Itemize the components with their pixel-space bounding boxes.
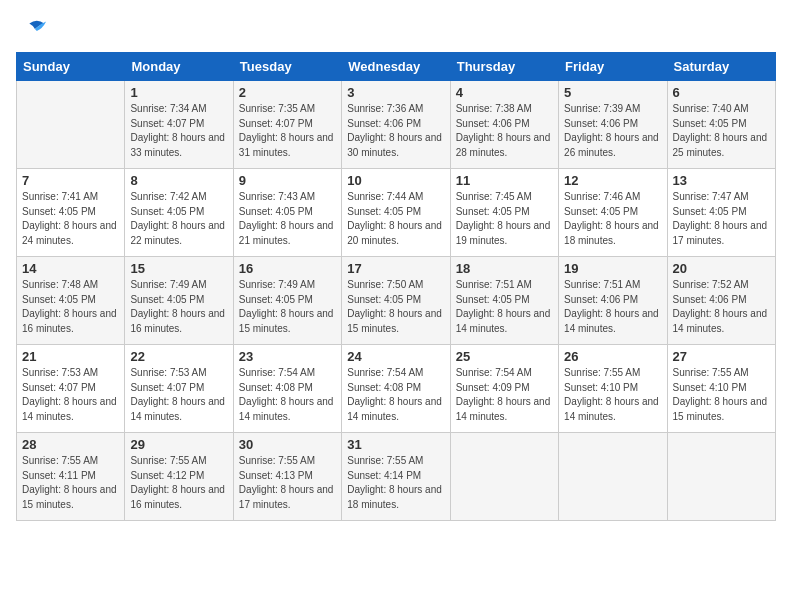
logo	[16, 16, 48, 44]
day-number: 2	[239, 85, 336, 100]
day-cell: 3Sunrise: 7:36 AMSunset: 4:06 PMDaylight…	[342, 81, 450, 169]
day-cell: 12Sunrise: 7:46 AMSunset: 4:05 PMDayligh…	[559, 169, 667, 257]
day-info: Sunrise: 7:49 AMSunset: 4:05 PMDaylight:…	[239, 278, 336, 336]
day-cell: 14Sunrise: 7:48 AMSunset: 4:05 PMDayligh…	[17, 257, 125, 345]
day-info: Sunrise: 7:42 AMSunset: 4:05 PMDaylight:…	[130, 190, 227, 248]
day-cell: 31Sunrise: 7:55 AMSunset: 4:14 PMDayligh…	[342, 433, 450, 521]
day-cell: 26Sunrise: 7:55 AMSunset: 4:10 PMDayligh…	[559, 345, 667, 433]
day-info: Sunrise: 7:50 AMSunset: 4:05 PMDaylight:…	[347, 278, 444, 336]
day-cell: 27Sunrise: 7:55 AMSunset: 4:10 PMDayligh…	[667, 345, 775, 433]
col-friday: Friday	[559, 53, 667, 81]
week-row-3: 14Sunrise: 7:48 AMSunset: 4:05 PMDayligh…	[17, 257, 776, 345]
logo-line	[16, 16, 48, 44]
week-row-2: 7Sunrise: 7:41 AMSunset: 4:05 PMDaylight…	[17, 169, 776, 257]
day-number: 20	[673, 261, 770, 276]
day-cell: 24Sunrise: 7:54 AMSunset: 4:08 PMDayligh…	[342, 345, 450, 433]
day-info: Sunrise: 7:44 AMSunset: 4:05 PMDaylight:…	[347, 190, 444, 248]
day-info: Sunrise: 7:51 AMSunset: 4:05 PMDaylight:…	[456, 278, 553, 336]
day-cell	[667, 433, 775, 521]
day-number: 28	[22, 437, 119, 452]
day-info: Sunrise: 7:51 AMSunset: 4:06 PMDaylight:…	[564, 278, 661, 336]
day-info: Sunrise: 7:34 AMSunset: 4:07 PMDaylight:…	[130, 102, 227, 160]
day-info: Sunrise: 7:48 AMSunset: 4:05 PMDaylight:…	[22, 278, 119, 336]
day-cell: 8Sunrise: 7:42 AMSunset: 4:05 PMDaylight…	[125, 169, 233, 257]
day-number: 27	[673, 349, 770, 364]
week-row-1: 1Sunrise: 7:34 AMSunset: 4:07 PMDaylight…	[17, 81, 776, 169]
day-info: Sunrise: 7:49 AMSunset: 4:05 PMDaylight:…	[130, 278, 227, 336]
day-info: Sunrise: 7:36 AMSunset: 4:06 PMDaylight:…	[347, 102, 444, 160]
day-info: Sunrise: 7:55 AMSunset: 4:13 PMDaylight:…	[239, 454, 336, 512]
week-row-5: 28Sunrise: 7:55 AMSunset: 4:11 PMDayligh…	[17, 433, 776, 521]
day-number: 25	[456, 349, 553, 364]
day-cell	[559, 433, 667, 521]
col-thursday: Thursday	[450, 53, 558, 81]
day-cell: 28Sunrise: 7:55 AMSunset: 4:11 PMDayligh…	[17, 433, 125, 521]
day-number: 5	[564, 85, 661, 100]
day-number: 16	[239, 261, 336, 276]
day-cell: 23Sunrise: 7:54 AMSunset: 4:08 PMDayligh…	[233, 345, 341, 433]
day-info: Sunrise: 7:54 AMSunset: 4:08 PMDaylight:…	[347, 366, 444, 424]
col-monday: Monday	[125, 53, 233, 81]
day-number: 21	[22, 349, 119, 364]
day-info: Sunrise: 7:55 AMSunset: 4:14 PMDaylight:…	[347, 454, 444, 512]
day-info: Sunrise: 7:53 AMSunset: 4:07 PMDaylight:…	[22, 366, 119, 424]
day-number: 24	[347, 349, 444, 364]
day-number: 22	[130, 349, 227, 364]
day-number: 4	[456, 85, 553, 100]
day-info: Sunrise: 7:41 AMSunset: 4:05 PMDaylight:…	[22, 190, 119, 248]
day-cell: 21Sunrise: 7:53 AMSunset: 4:07 PMDayligh…	[17, 345, 125, 433]
page-header	[16, 16, 776, 44]
logo-bird-icon	[20, 16, 48, 44]
day-info: Sunrise: 7:55 AMSunset: 4:12 PMDaylight:…	[130, 454, 227, 512]
day-cell: 13Sunrise: 7:47 AMSunset: 4:05 PMDayligh…	[667, 169, 775, 257]
day-number: 31	[347, 437, 444, 452]
day-number: 30	[239, 437, 336, 452]
logo-text-block	[16, 16, 48, 44]
day-number: 11	[456, 173, 553, 188]
header-row: Sunday Monday Tuesday Wednesday Thursday…	[17, 53, 776, 81]
day-info: Sunrise: 7:45 AMSunset: 4:05 PMDaylight:…	[456, 190, 553, 248]
day-number: 19	[564, 261, 661, 276]
day-number: 3	[347, 85, 444, 100]
day-info: Sunrise: 7:55 AMSunset: 4:10 PMDaylight:…	[673, 366, 770, 424]
day-info: Sunrise: 7:47 AMSunset: 4:05 PMDaylight:…	[673, 190, 770, 248]
day-cell: 18Sunrise: 7:51 AMSunset: 4:05 PMDayligh…	[450, 257, 558, 345]
day-number: 29	[130, 437, 227, 452]
day-cell: 9Sunrise: 7:43 AMSunset: 4:05 PMDaylight…	[233, 169, 341, 257]
day-cell	[17, 81, 125, 169]
day-cell: 1Sunrise: 7:34 AMSunset: 4:07 PMDaylight…	[125, 81, 233, 169]
day-number: 15	[130, 261, 227, 276]
day-number: 23	[239, 349, 336, 364]
day-cell: 10Sunrise: 7:44 AMSunset: 4:05 PMDayligh…	[342, 169, 450, 257]
day-number: 6	[673, 85, 770, 100]
day-cell: 7Sunrise: 7:41 AMSunset: 4:05 PMDaylight…	[17, 169, 125, 257]
day-info: Sunrise: 7:55 AMSunset: 4:11 PMDaylight:…	[22, 454, 119, 512]
day-number: 17	[347, 261, 444, 276]
col-sunday: Sunday	[17, 53, 125, 81]
day-number: 14	[22, 261, 119, 276]
day-cell: 2Sunrise: 7:35 AMSunset: 4:07 PMDaylight…	[233, 81, 341, 169]
day-info: Sunrise: 7:35 AMSunset: 4:07 PMDaylight:…	[239, 102, 336, 160]
day-number: 10	[347, 173, 444, 188]
day-info: Sunrise: 7:46 AMSunset: 4:05 PMDaylight:…	[564, 190, 661, 248]
day-cell: 17Sunrise: 7:50 AMSunset: 4:05 PMDayligh…	[342, 257, 450, 345]
day-cell: 20Sunrise: 7:52 AMSunset: 4:06 PMDayligh…	[667, 257, 775, 345]
col-tuesday: Tuesday	[233, 53, 341, 81]
day-info: Sunrise: 7:54 AMSunset: 4:08 PMDaylight:…	[239, 366, 336, 424]
day-info: Sunrise: 7:52 AMSunset: 4:06 PMDaylight:…	[673, 278, 770, 336]
day-number: 13	[673, 173, 770, 188]
day-number: 7	[22, 173, 119, 188]
day-info: Sunrise: 7:40 AMSunset: 4:05 PMDaylight:…	[673, 102, 770, 160]
day-info: Sunrise: 7:54 AMSunset: 4:09 PMDaylight:…	[456, 366, 553, 424]
day-cell: 5Sunrise: 7:39 AMSunset: 4:06 PMDaylight…	[559, 81, 667, 169]
day-cell: 15Sunrise: 7:49 AMSunset: 4:05 PMDayligh…	[125, 257, 233, 345]
day-cell: 22Sunrise: 7:53 AMSunset: 4:07 PMDayligh…	[125, 345, 233, 433]
day-cell: 25Sunrise: 7:54 AMSunset: 4:09 PMDayligh…	[450, 345, 558, 433]
calendar-header: Sunday Monday Tuesday Wednesday Thursday…	[17, 53, 776, 81]
day-cell: 11Sunrise: 7:45 AMSunset: 4:05 PMDayligh…	[450, 169, 558, 257]
day-cell: 4Sunrise: 7:38 AMSunset: 4:06 PMDaylight…	[450, 81, 558, 169]
day-number: 26	[564, 349, 661, 364]
calendar-body: 1Sunrise: 7:34 AMSunset: 4:07 PMDaylight…	[17, 81, 776, 521]
day-number: 18	[456, 261, 553, 276]
day-cell: 16Sunrise: 7:49 AMSunset: 4:05 PMDayligh…	[233, 257, 341, 345]
